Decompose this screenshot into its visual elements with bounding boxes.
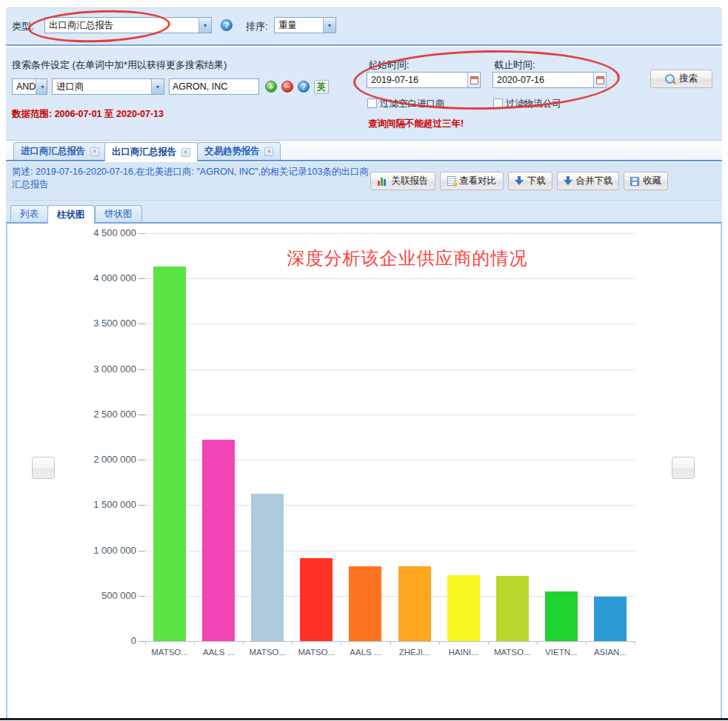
y-axis-label: 3 500 000 [74, 318, 136, 329]
bool-operator-select[interactable]: AND ▼ [12, 78, 47, 95]
tab-label: 列表 [20, 208, 39, 221]
chevron-down-icon[interactable]: ▼ [151, 79, 164, 94]
y-axis-label: 2 000 000 [74, 454, 136, 465]
summary-text: 简述: 2019-07-16-2020-07-16,在北美进口商: "AGRON… [12, 166, 369, 191]
tab-pie-chart-view[interactable]: 饼状图 [95, 205, 142, 222]
bar-matso[interactable] [300, 558, 333, 641]
x-axis-tick [488, 641, 489, 645]
search-section-title: 搜索条件设定 (在单词中加*用以获得更多搜索结果) [12, 58, 227, 72]
search-field-select[interactable]: 进口商 ▼ [52, 78, 164, 95]
y-axis-tick [138, 641, 145, 642]
x-axis-label: AALS ... [194, 648, 243, 657]
bar-aals[interactable] [202, 440, 235, 641]
bar-zheji[interactable] [398, 566, 431, 641]
chevron-down-icon[interactable]: ▼ [323, 18, 335, 33]
summary-bar: 简述: 2019-07-16-2020-07-16,在北美进口商: "AGRON… [6, 162, 722, 201]
start-date-input[interactable]: 2019-07-16 [367, 72, 481, 88]
end-date-input[interactable]: 2020-07-16 [492, 72, 607, 88]
y-axis-label: 1 500 000 [74, 499, 136, 510]
bar-matso[interactable] [251, 494, 284, 641]
filter-logistics-option: 过滤物流公司 [493, 98, 561, 110]
bool-operator-value: AND [13, 81, 36, 92]
download-button[interactable]: 下载 [508, 172, 552, 190]
calendar-icon[interactable] [467, 73, 480, 87]
search-field-value: 进口商 [53, 81, 84, 93]
y-axis-label: 2 500 000 [74, 409, 136, 420]
x-axis-tick [292, 641, 293, 645]
x-axis-label: MATSO... [243, 648, 292, 657]
close-icon[interactable] [90, 147, 99, 156]
gridline [145, 369, 635, 370]
related-report-button[interactable]: 关联报告 [370, 172, 435, 190]
start-date-value: 2019-07-16 [367, 75, 418, 85]
y-axis-tick [138, 415, 145, 415]
tab-label: 进口商汇总报告 [21, 145, 86, 158]
bar-chart-panel: 深度分析该企业供应商的情况 0500 0001 000 0001 500 000… [6, 224, 722, 718]
tab-importer-summary[interactable]: 进口商汇总报告 [13, 142, 107, 160]
gridline [145, 415, 635, 415]
y-axis-label: 500 000 [74, 590, 136, 601]
filter-logistics-checkbox[interactable] [493, 98, 503, 108]
y-axis-tick [138, 369, 145, 370]
type-select-value: 出口商汇总报告 [45, 19, 114, 32]
merge-download-button[interactable]: 合并下载 [557, 172, 619, 190]
tab-exporter-summary[interactable]: 出口商汇总报告 [104, 142, 198, 161]
chevron-down-icon[interactable]: ▼ [36, 79, 47, 94]
bar-matso[interactable] [496, 576, 529, 641]
bar-matso[interactable] [153, 266, 186, 641]
bar-chart-icon [378, 177, 388, 186]
help-icon[interactable]: ? [221, 19, 233, 31]
bar-vietn[interactable] [545, 591, 578, 641]
type-toolbar: 类型: 出口商汇总报告 ▼ ? 排序: 重量 ▼ [6, 7, 722, 46]
y-axis-tick [138, 460, 145, 460]
view-compare-label: 查看对比 [459, 175, 496, 187]
english-toggle-button[interactable]: 英 [314, 80, 329, 94]
download-arrow-icon [515, 176, 524, 186]
y-axis-tick [138, 323, 145, 324]
x-axis-label: MATSO... [488, 648, 537, 657]
view-compare-button[interactable]: 查看对比 [440, 172, 504, 190]
report-tab-bar: 进口商汇总报告 出口商汇总报告 交易趋势报告 [6, 141, 722, 161]
tab-label: 交易趋势报告 [204, 145, 260, 158]
bottom-divider [0, 718, 728, 720]
end-time-label: 截止时间: [494, 58, 535, 72]
calendar-icon[interactable] [593, 73, 606, 87]
keyword-input[interactable] [169, 78, 259, 95]
merge-download-label: 合并下载 [576, 175, 613, 187]
end-date-value: 2020-07-16 [493, 75, 544, 85]
scroll-right-button[interactable] [672, 457, 695, 479]
type-label: 类型: [12, 20, 34, 33]
sort-select[interactable]: 重量 ▼ [274, 17, 336, 33]
x-axis-label: AALS ... [341, 648, 390, 657]
add-condition-icon[interactable]: + [265, 81, 277, 93]
filter-blank-importer-checkbox[interactable] [367, 98, 377, 108]
tab-trade-trend[interactable]: 交易趋势报告 [197, 142, 281, 160]
tab-label: 柱状图 [57, 209, 85, 221]
chevron-down-icon[interactable]: ▼ [198, 18, 211, 33]
bar-asian[interactable] [594, 597, 627, 641]
remove-condition-icon[interactable]: − [281, 81, 293, 93]
search-button[interactable]: 搜索 [650, 70, 712, 88]
x-axis-tick [390, 641, 391, 645]
query-interval-warning: 查询间隔不能超过三年! [368, 118, 464, 130]
x-axis-tick [243, 641, 244, 645]
bar-haini[interactable] [447, 575, 480, 641]
favorite-label: 收藏 [643, 175, 661, 187]
save-disk-icon [630, 177, 639, 186]
x-axis-tick [145, 641, 146, 645]
view-tab-bar: 列表 柱状图 饼状图 [6, 201, 722, 224]
tab-label: 出口商汇总报告 [112, 146, 177, 158]
tab-bar-chart-view[interactable]: 柱状图 [47, 205, 95, 224]
x-axis-tick [439, 641, 440, 645]
favorite-button[interactable]: 收藏 [624, 172, 668, 190]
bar-aals[interactable] [349, 566, 381, 641]
filter-blank-importer-label: 过滤空白进口商 [380, 98, 445, 109]
close-icon[interactable] [181, 148, 190, 157]
help-icon[interactable]: ? [298, 81, 310, 93]
x-axis-tick [586, 641, 587, 645]
filter-logistics-label: 过滤物流公司 [506, 98, 561, 109]
scroll-left-button[interactable] [32, 457, 55, 479]
tab-list-view[interactable]: 列表 [10, 205, 48, 222]
close-icon[interactable] [264, 147, 273, 156]
type-select[interactable]: 出口商汇总报告 ▼ [44, 17, 212, 33]
